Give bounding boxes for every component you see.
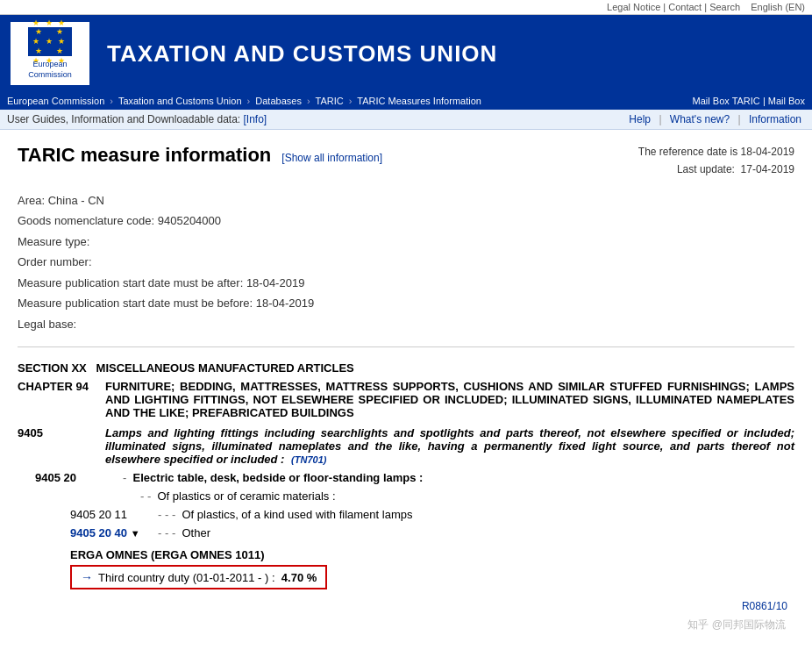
info-bar: User Guides, Information and Downloadabl… — [0, 110, 812, 130]
arrow-indicator: ▼ — [131, 528, 140, 539]
breadcrumb-taric[interactable]: TARIC — [316, 96, 344, 106]
desc-940520: - Electric table, desk, bedside or floor… — [123, 471, 794, 484]
code-94052040-link[interactable]: 9405 20 40 — [70, 526, 127, 539]
code-row-940520: 9405 20 - Electric table, desk, bedside … — [18, 471, 794, 484]
mailbox-links: Mail Box TARIC | Mail Box — [693, 96, 805, 106]
watermark: 知乎 @同邦国际物流 — [687, 618, 786, 626]
duty-text: Third country duty (01-01-2011 - ) : 4.7… — [98, 571, 317, 584]
top-nav: Legal Notice | Contact | Search English … — [0, 0, 812, 15]
bottom-ref: R0861/10 — [18, 600, 794, 612]
code-row-plastics: - - Of plastics or of ceramic materials … — [18, 489, 794, 503]
breadcrumb-european-commission[interactable]: European Commission — [7, 96, 104, 106]
last-update: Last update: 17-04-2019 — [638, 161, 794, 178]
desc-94052040: - - - Other — [158, 526, 794, 539]
tag-9405: (TN701) — [291, 454, 326, 465]
goods-row: Goods nomenclature code: 9405204000 — [18, 212, 794, 230]
start-after-row: Measure publication start date must be a… — [18, 275, 794, 292]
legal-base-row: Legal base: — [18, 316, 794, 333]
contact-link[interactable]: Contact — [668, 2, 702, 12]
breadcrumb-databases[interactable]: Databases — [255, 96, 302, 106]
breadcrumb-bar: European Commission › Taxation and Custo… — [0, 92, 812, 110]
chapter-row: CHAPTER 94 FURNITURE; BEDDING, MATTRESSE… — [18, 380, 794, 419]
erga-title: ERGA OMNES (ERGA OMNES 1011) — [70, 548, 794, 561]
order-number-row: Order number: — [18, 254, 794, 271]
info-bar-right: Help | What's new? | Information — [625, 113, 805, 125]
duty-arrow-icon: → — [81, 570, 93, 584]
legal-notice-link[interactable]: Legal Notice — [607, 2, 660, 12]
desc-plastics: - - Of plastics or of ceramic materials … — [140, 489, 794, 503]
breadcrumb-sep4: › — [349, 96, 353, 106]
area-row: Area: China - CN — [18, 192, 794, 210]
code-row-94052040: 9405 20 40 ▼ - - - Other — [18, 526, 794, 539]
eu-stars: ★ ★ ★★ ★★ ★ ★★ ★★ ★ ★ — [32, 18, 67, 66]
desc-94052011: - - - Of plastics, of a kind used with f… — [158, 508, 794, 521]
duty-rate: 4.70 % — [281, 571, 317, 584]
header: ★ ★ ★★ ★★ ★ ★★ ★★ ★ ★ European Commissio… — [0, 15, 812, 92]
breadcrumb-taric-measures[interactable]: TARIC Measures Information — [357, 96, 481, 106]
whats-new-link[interactable]: What's new? — [670, 113, 730, 125]
page-title: TARIC measure information — [18, 144, 271, 167]
page-title-area: TARIC measure information [Show all info… — [18, 144, 382, 167]
info-link[interactable]: [Info] — [244, 113, 267, 125]
start-before-row: Measure publication start date must be b… — [18, 295, 794, 312]
info-bar-guides: User Guides, Information and Downloadabl… — [7, 113, 267, 125]
information-link[interactable]: Information — [749, 113, 801, 125]
chapter-code: CHAPTER 94 — [18, 380, 105, 419]
section-heading: SECTION XX MISCELLANEOUS MANUFACTURED AR… — [18, 361, 794, 375]
info-fields: Area: China - CN Goods nomenclature code… — [18, 192, 794, 333]
main-content: TARIC measure information [Show all info… — [0, 130, 812, 626]
breadcrumb-taxation[interactable]: Taxation and Customs Union — [118, 96, 242, 106]
commission-text: European Commission — [28, 60, 72, 80]
breadcrumb-sep1: › — [110, 96, 113, 106]
code-9405: 9405 — [18, 426, 105, 439]
chapter-desc: FURNITURE; BEDDING, MATTRESSES, MATTRESS… — [105, 380, 794, 419]
code-94052011: 9405 20 11 — [70, 508, 158, 521]
divider — [18, 346, 794, 347]
code-94052040: 9405 20 40 ▼ — [70, 526, 158, 539]
reference-link[interactable]: R0861/10 — [742, 600, 787, 612]
show-all-link[interactable]: [Show all information] — [281, 152, 382, 164]
erga-block: ERGA OMNES (ERGA OMNES 1011) → Third cou… — [70, 548, 794, 593]
measure-type-row: Measure type: — [18, 233, 794, 251]
duty-box: → Third country duty (01-01-2011 - ) : 4… — [70, 565, 327, 589]
breadcrumb-sep2: › — [247, 96, 251, 106]
reference-date: The reference date is 18-04-2019 — [638, 144, 794, 161]
logo-area: ★ ★ ★★ ★★ ★ ★★ ★★ ★ ★ European Commissio… — [11, 22, 89, 85]
breadcrumb: European Commission › Taxation and Custo… — [7, 96, 481, 106]
language-link[interactable]: English (EN) — [751, 2, 805, 12]
site-title: TAXATION AND CUSTOMS UNION — [107, 40, 497, 68]
code-row-9405: 9405 Lamps and lighting fittings includi… — [18, 426, 794, 466]
mailbox-link[interactable]: Mail Box — [768, 96, 805, 106]
date-info: The reference date is 18-04-2019 Last up… — [638, 144, 794, 177]
top-nav-links: Legal Notice | Contact | Search English … — [607, 2, 805, 12]
help-link[interactable]: Help — [629, 113, 651, 125]
eu-flag: ★ ★ ★★ ★★ ★ ★★ ★★ ★ ★ — [28, 27, 72, 56]
desc-9405: Lamps and lighting fittings including se… — [105, 426, 794, 466]
code-row-94052011: 9405 20 11 - - - Of plastics, of a kind … — [18, 508, 794, 521]
code-940520: 9405 20 — [35, 471, 123, 484]
page-header: TARIC measure information [Show all info… — [18, 144, 794, 177]
breadcrumb-sep3: › — [307, 96, 310, 106]
mailbox-taric-link[interactable]: Mail Box TARIC — [693, 96, 760, 106]
search-link[interactable]: Search — [709, 2, 740, 12]
